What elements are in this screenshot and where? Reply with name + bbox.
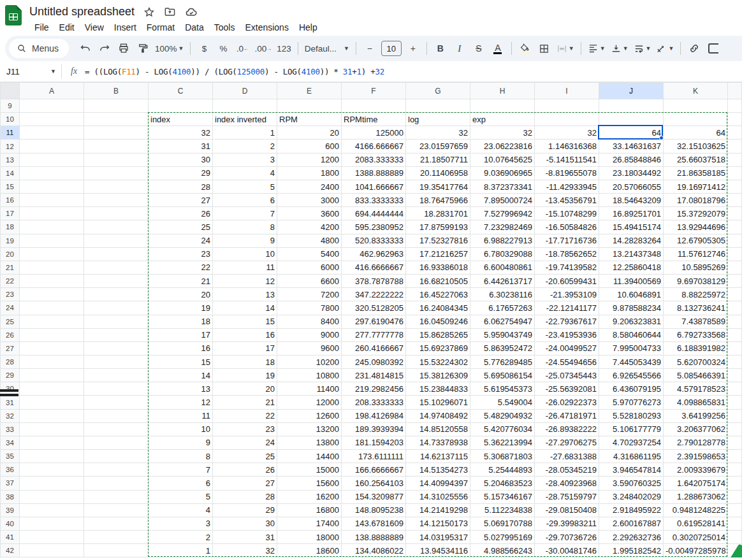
cell-I41[interactable]: -29.70736726 <box>535 531 599 544</box>
cell-G16[interactable]: 18.76475966 <box>406 194 470 207</box>
cell-K37[interactable]: 1.642075174 <box>664 477 728 490</box>
cell-D15[interactable]: 5 <box>213 180 277 193</box>
cell-D40[interactable]: 30 <box>213 517 277 530</box>
strikethrough-button[interactable]: S <box>470 39 488 57</box>
row-header-20[interactable]: 20 <box>1 247 20 261</box>
row-header-16[interactable]: 16 <box>1 194 20 207</box>
cell-I25[interactable]: -22.79367617 <box>535 315 599 328</box>
cell-J15[interactable]: 20.57066055 <box>599 180 664 193</box>
cell-K36[interactable]: 2.009339679 <box>664 463 728 477</box>
document-title[interactable]: Untitled spreadsheet <box>29 5 135 18</box>
cell-partial-11[interactable] <box>728 126 742 140</box>
cell-A42[interactable] <box>20 544 84 557</box>
cell-H9[interactable] <box>470 99 535 113</box>
column-header-I[interactable]: I <box>535 83 599 99</box>
cell-I39[interactable]: -29.08150408 <box>535 503 599 517</box>
cell-D9[interactable] <box>213 99 277 113</box>
cell-D12[interactable]: 2 <box>213 140 277 153</box>
cell-H17[interactable]: 7.527996942 <box>470 207 535 220</box>
cell-B40[interactable] <box>84 517 149 530</box>
cell-J24[interactable]: 9.878588234 <box>599 301 664 315</box>
cell-B22[interactable] <box>84 275 149 288</box>
cell-G37[interactable]: 14.40994397 <box>406 477 470 490</box>
cell-E9[interactable] <box>277 99 342 113</box>
cell-B23[interactable] <box>84 288 149 301</box>
cell-A19[interactable] <box>20 234 84 247</box>
cell-J26[interactable]: 8.580460644 <box>599 328 664 341</box>
cell-E19[interactable]: 4800 <box>277 234 342 247</box>
cell-C32[interactable]: 11 <box>149 409 213 422</box>
cell-C19[interactable]: 24 <box>149 234 213 247</box>
cell-F35[interactable]: 173.6111111 <box>342 450 406 463</box>
cell-D29[interactable]: 19 <box>213 369 277 382</box>
zoom-select[interactable]: 100%▼ <box>153 39 186 57</box>
redo-button[interactable] <box>96 39 113 57</box>
cell-J31[interactable]: 5.970776273 <box>599 396 664 409</box>
cell-J36[interactable]: 3.946547814 <box>599 463 664 477</box>
cell-B9[interactable] <box>84 99 149 113</box>
increase-decimal-button[interactable]: .00→ <box>252 39 273 57</box>
cell-G20[interactable]: 17.21216257 <box>406 247 470 261</box>
row-header-9[interactable]: 9 <box>1 99 20 113</box>
cell-F41[interactable]: 138.8888889 <box>342 531 406 544</box>
row-header-37[interactable]: 37 <box>1 477 20 490</box>
cell-D42[interactable]: 32 <box>213 544 277 557</box>
cell-partial-14[interactable] <box>728 166 742 180</box>
cell-D41[interactable]: 31 <box>213 531 277 544</box>
cell-F10[interactable]: RPMtime <box>342 113 406 126</box>
cell-C15[interactable]: 28 <box>149 180 213 193</box>
cell-J32[interactable]: 5.528180293 <box>599 409 664 422</box>
cell-B28[interactable] <box>84 355 149 368</box>
cell-A26[interactable] <box>20 328 84 341</box>
cell-G26[interactable]: 15.86285265 <box>406 328 470 341</box>
cell-partial-20[interactable] <box>728 247 742 261</box>
borders-button[interactable] <box>535 39 553 57</box>
cell-partial-26[interactable] <box>728 328 742 341</box>
cell-J37[interactable]: 3.590760325 <box>599 477 664 490</box>
cell-C36[interactable]: 7 <box>149 463 213 477</box>
cell-G13[interactable]: 21.18507711 <box>406 153 470 166</box>
cell-J12[interactable]: 33.14631637 <box>599 140 664 153</box>
cell-I42[interactable]: -30.00481746 <box>535 544 599 557</box>
cell-G28[interactable]: 15.53224302 <box>406 355 470 368</box>
cell-F26[interactable]: 277.7777778 <box>342 328 406 341</box>
row-header-17[interactable]: 17 <box>1 207 20 220</box>
cell-H40[interactable]: 5.069170788 <box>470 517 535 530</box>
row-header-19[interactable]: 19 <box>1 234 20 247</box>
row-header-22[interactable]: 22 <box>1 275 20 288</box>
paint-format-button[interactable] <box>134 39 152 57</box>
cell-D32[interactable]: 22 <box>213 409 277 422</box>
cell-K18[interactable]: 13.92944696 <box>664 220 728 234</box>
cell-I13[interactable]: -5.141511541 <box>535 153 599 166</box>
cell-E16[interactable]: 3000 <box>277 194 342 207</box>
cell-J28[interactable]: 7.445053439 <box>599 355 664 368</box>
cell-partial-27[interactable] <box>728 341 742 355</box>
cell-E15[interactable]: 2400 <box>277 180 342 193</box>
cell-H14[interactable]: 9.036906965 <box>470 166 535 180</box>
column-header-J[interactable]: J <box>599 83 664 99</box>
select-all-corner[interactable] <box>1 83 20 99</box>
cell-partial-28[interactable] <box>728 355 742 368</box>
cell-E33[interactable]: 13200 <box>277 422 342 436</box>
cell-C22[interactable]: 21 <box>149 275 213 288</box>
cell-B18[interactable] <box>84 220 149 234</box>
menu-item-insert[interactable]: Insert <box>109 21 142 34</box>
cell-H22[interactable]: 6.442613717 <box>470 275 535 288</box>
cell-E40[interactable]: 17400 <box>277 517 342 530</box>
column-header-F[interactable]: F <box>342 83 406 99</box>
cell-F19[interactable]: 520.8333333 <box>342 234 406 247</box>
cell-G21[interactable]: 16.93386018 <box>406 261 470 274</box>
cell-K39[interactable]: 0.9481248225 <box>664 503 728 517</box>
cell-K11[interactable]: 64 <box>664 126 728 140</box>
cell-D35[interactable]: 25 <box>213 450 277 463</box>
cell-J25[interactable]: 9.206323831 <box>599 315 664 328</box>
cell-J9[interactable] <box>599 99 664 113</box>
cell-D18[interactable]: 8 <box>213 220 277 234</box>
cell-partial-22[interactable] <box>728 275 742 288</box>
cell-G10[interactable]: log <box>406 113 470 126</box>
cell-partial-34[interactable] <box>728 436 742 449</box>
cell-H19[interactable]: 6.988227913 <box>470 234 535 247</box>
cell-I28[interactable]: -24.55494656 <box>535 355 599 368</box>
cell-A41[interactable] <box>20 531 84 544</box>
cell-C13[interactable]: 30 <box>149 153 213 166</box>
